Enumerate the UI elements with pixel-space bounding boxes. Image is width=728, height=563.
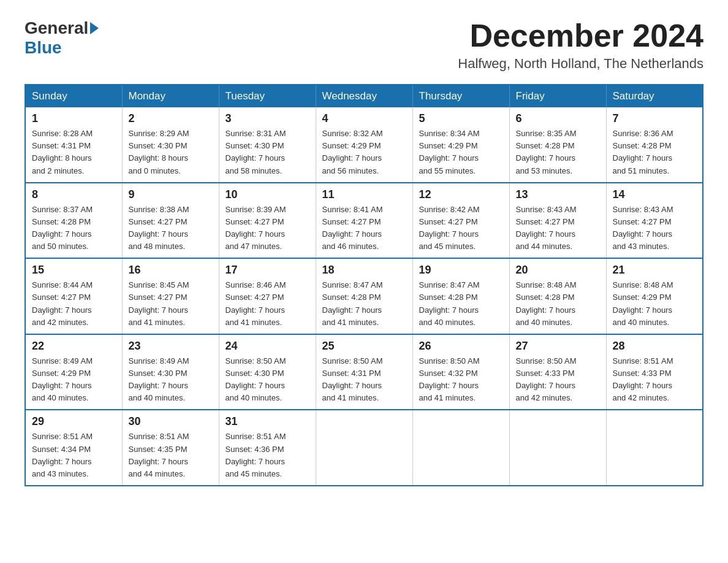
day-number: 14 xyxy=(613,188,697,201)
calendar-cell: 7Sunrise: 8:36 AMSunset: 4:28 PMDaylight… xyxy=(606,107,703,183)
calendar-cell: 23Sunrise: 8:49 AMSunset: 4:30 PMDayligh… xyxy=(122,334,219,410)
calendar-cell: 26Sunrise: 8:50 AMSunset: 4:32 PMDayligh… xyxy=(412,334,509,410)
calendar-week-2: 8Sunrise: 8:37 AMSunset: 4:28 PMDaylight… xyxy=(25,183,703,259)
location-title: Halfweg, North Holland, The Netherlands xyxy=(458,56,703,72)
day-info: Sunrise: 8:47 AMSunset: 4:28 PMDaylight:… xyxy=(322,279,406,329)
day-number: 10 xyxy=(226,188,309,201)
day-number: 9 xyxy=(129,188,213,201)
day-number: 6 xyxy=(516,112,600,125)
calendar-header-friday: Friday xyxy=(509,85,606,107)
day-number: 5 xyxy=(419,112,503,125)
day-number: 24 xyxy=(226,340,309,353)
calendar-cell: 3Sunrise: 8:31 AMSunset: 4:30 PMDaylight… xyxy=(219,107,316,183)
day-number: 18 xyxy=(322,264,406,277)
calendar-cell: 18Sunrise: 8:47 AMSunset: 4:28 PMDayligh… xyxy=(316,258,412,334)
day-info: Sunrise: 8:50 AMSunset: 4:33 PMDaylight:… xyxy=(516,355,600,405)
calendar-cell: 17Sunrise: 8:46 AMSunset: 4:27 PMDayligh… xyxy=(219,258,316,334)
calendar-cell: 28Sunrise: 8:51 AMSunset: 4:33 PMDayligh… xyxy=(606,334,703,410)
day-info: Sunrise: 8:28 AMSunset: 4:31 PMDaylight:… xyxy=(32,128,116,177)
day-info: Sunrise: 8:34 AMSunset: 4:29 PMDaylight:… xyxy=(419,128,503,177)
day-number: 17 xyxy=(226,264,309,277)
day-info: Sunrise: 8:43 AMSunset: 4:27 PMDaylight:… xyxy=(516,204,600,253)
day-number: 4 xyxy=(322,112,406,125)
calendar-cell: 30Sunrise: 8:51 AMSunset: 4:35 PMDayligh… xyxy=(122,410,219,486)
calendar-cell xyxy=(412,410,509,486)
day-number: 15 xyxy=(32,264,116,277)
day-info: Sunrise: 8:45 AMSunset: 4:27 PMDaylight:… xyxy=(129,279,213,329)
day-number: 23 xyxy=(129,340,213,353)
calendar-cell: 10Sunrise: 8:39 AMSunset: 4:27 PMDayligh… xyxy=(219,183,316,259)
calendar-cell: 20Sunrise: 8:48 AMSunset: 4:28 PMDayligh… xyxy=(509,258,606,334)
calendar: SundayMondayTuesdayWednesdayThursdayFrid… xyxy=(25,84,703,486)
logo: General Blue xyxy=(25,18,100,58)
calendar-cell: 5Sunrise: 8:34 AMSunset: 4:29 PMDaylight… xyxy=(412,107,509,183)
day-number: 31 xyxy=(226,415,309,428)
calendar-header-wednesday: Wednesday xyxy=(316,85,412,107)
header: General Blue December 2024 Halfweg, Nort… xyxy=(25,18,703,72)
calendar-cell: 15Sunrise: 8:44 AMSunset: 4:27 PMDayligh… xyxy=(25,258,122,334)
calendar-cell: 14Sunrise: 8:43 AMSunset: 4:27 PMDayligh… xyxy=(606,183,703,259)
day-number: 12 xyxy=(419,188,503,201)
calendar-cell: 29Sunrise: 8:51 AMSunset: 4:34 PMDayligh… xyxy=(25,410,122,486)
calendar-week-5: 29Sunrise: 8:51 AMSunset: 4:34 PMDayligh… xyxy=(25,410,703,486)
day-info: Sunrise: 8:39 AMSunset: 4:27 PMDaylight:… xyxy=(226,204,309,253)
day-number: 7 xyxy=(613,112,697,125)
calendar-cell: 9Sunrise: 8:38 AMSunset: 4:27 PMDaylight… xyxy=(122,183,219,259)
calendar-cell: 2Sunrise: 8:29 AMSunset: 4:30 PMDaylight… xyxy=(122,107,219,183)
calendar-cell: 27Sunrise: 8:50 AMSunset: 4:33 PMDayligh… xyxy=(509,334,606,410)
day-info: Sunrise: 8:50 AMSunset: 4:32 PMDaylight:… xyxy=(419,355,503,405)
day-info: Sunrise: 8:51 AMSunset: 4:35 PMDaylight:… xyxy=(129,431,213,480)
day-info: Sunrise: 8:38 AMSunset: 4:27 PMDaylight:… xyxy=(129,204,213,253)
calendar-cell xyxy=(509,410,606,486)
day-info: Sunrise: 8:37 AMSunset: 4:28 PMDaylight:… xyxy=(32,204,116,253)
day-number: 8 xyxy=(32,188,116,201)
calendar-cell: 11Sunrise: 8:41 AMSunset: 4:27 PMDayligh… xyxy=(316,183,412,259)
day-number: 13 xyxy=(516,188,600,201)
calendar-week-1: 1Sunrise: 8:28 AMSunset: 4:31 PMDaylight… xyxy=(25,107,703,183)
calendar-cell: 24Sunrise: 8:50 AMSunset: 4:30 PMDayligh… xyxy=(219,334,316,410)
day-info: Sunrise: 8:51 AMSunset: 4:34 PMDaylight:… xyxy=(32,431,116,480)
day-number: 2 xyxy=(129,112,213,125)
day-info: Sunrise: 8:49 AMSunset: 4:30 PMDaylight:… xyxy=(129,355,213,405)
logo-general: General xyxy=(25,18,88,38)
calendar-week-3: 15Sunrise: 8:44 AMSunset: 4:27 PMDayligh… xyxy=(25,258,703,334)
calendar-header-sunday: Sunday xyxy=(25,85,122,107)
calendar-header-row: SundayMondayTuesdayWednesdayThursdayFrid… xyxy=(25,85,703,107)
calendar-cell: 12Sunrise: 8:42 AMSunset: 4:27 PMDayligh… xyxy=(412,183,509,259)
day-number: 27 xyxy=(516,340,600,353)
day-number: 26 xyxy=(419,340,503,353)
calendar-cell: 19Sunrise: 8:47 AMSunset: 4:28 PMDayligh… xyxy=(412,258,509,334)
day-number: 21 xyxy=(613,264,697,277)
day-info: Sunrise: 8:36 AMSunset: 4:28 PMDaylight:… xyxy=(613,128,697,177)
logo-arrow-icon xyxy=(90,22,99,34)
calendar-week-4: 22Sunrise: 8:49 AMSunset: 4:29 PMDayligh… xyxy=(25,334,703,410)
day-number: 20 xyxy=(516,264,600,277)
day-info: Sunrise: 8:32 AMSunset: 4:29 PMDaylight:… xyxy=(322,128,406,177)
day-number: 28 xyxy=(613,340,697,353)
calendar-cell: 16Sunrise: 8:45 AMSunset: 4:27 PMDayligh… xyxy=(122,258,219,334)
calendar-cell xyxy=(316,410,412,486)
day-info: Sunrise: 8:50 AMSunset: 4:31 PMDaylight:… xyxy=(322,355,406,405)
day-info: Sunrise: 8:44 AMSunset: 4:27 PMDaylight:… xyxy=(32,279,116,329)
day-number: 19 xyxy=(419,264,503,277)
title-area: December 2024 Halfweg, North Holland, Th… xyxy=(458,18,703,72)
day-info: Sunrise: 8:35 AMSunset: 4:28 PMDaylight:… xyxy=(516,128,600,177)
calendar-header-monday: Monday xyxy=(122,85,219,107)
day-number: 1 xyxy=(32,112,116,125)
calendar-header-thursday: Thursday xyxy=(412,85,509,107)
calendar-header-saturday: Saturday xyxy=(606,85,703,107)
calendar-cell: 4Sunrise: 8:32 AMSunset: 4:29 PMDaylight… xyxy=(316,107,412,183)
day-info: Sunrise: 8:31 AMSunset: 4:30 PMDaylight:… xyxy=(226,128,309,177)
day-info: Sunrise: 8:49 AMSunset: 4:29 PMDaylight:… xyxy=(32,355,116,405)
day-number: 16 xyxy=(129,264,213,277)
day-number: 22 xyxy=(32,340,116,353)
day-info: Sunrise: 8:46 AMSunset: 4:27 PMDaylight:… xyxy=(226,279,309,329)
month-title: December 2024 xyxy=(458,18,703,53)
day-info: Sunrise: 8:47 AMSunset: 4:28 PMDaylight:… xyxy=(419,279,503,329)
day-info: Sunrise: 8:51 AMSunset: 4:36 PMDaylight:… xyxy=(226,431,309,480)
calendar-cell: 21Sunrise: 8:48 AMSunset: 4:29 PMDayligh… xyxy=(606,258,703,334)
calendar-cell: 22Sunrise: 8:49 AMSunset: 4:29 PMDayligh… xyxy=(25,334,122,410)
day-info: Sunrise: 8:50 AMSunset: 4:30 PMDaylight:… xyxy=(226,355,309,405)
calendar-header-tuesday: Tuesday xyxy=(219,85,316,107)
calendar-cell: 13Sunrise: 8:43 AMSunset: 4:27 PMDayligh… xyxy=(509,183,606,259)
